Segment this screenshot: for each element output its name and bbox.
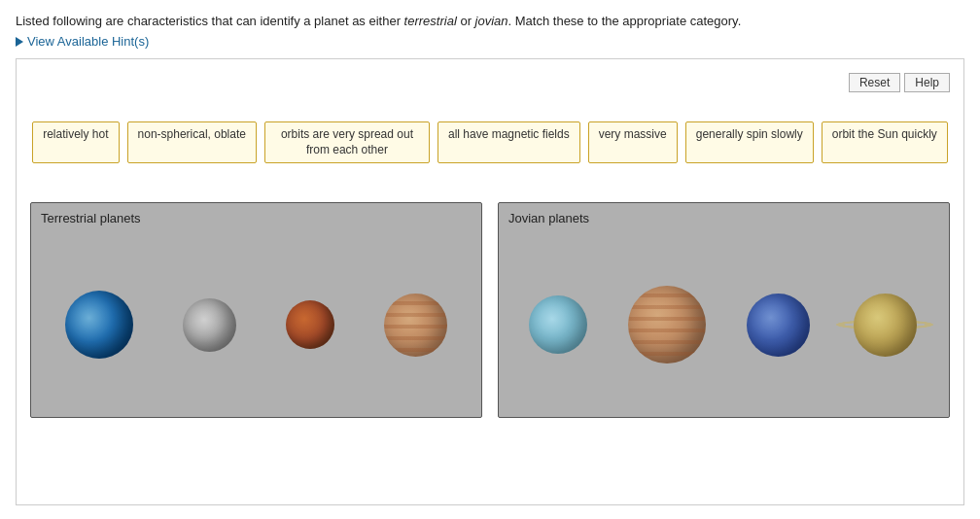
planet-uranus — [529, 295, 587, 354]
jovian-label: Jovian planets — [508, 211, 589, 225]
planet-earth-wrapper — [60, 286, 138, 363]
reset-button[interactable]: Reset — [849, 73, 900, 92]
drag-item-non-spherical[interactable]: non-spherical, oblate — [127, 121, 257, 163]
hint-label: View Available Hint(s) — [27, 34, 149, 49]
planet-jupiter-small — [384, 294, 447, 357]
instructions-text: Listed following are characteristics tha… — [16, 14, 964, 28]
planet-earth — [65, 291, 133, 359]
top-bar: Reset Help — [30, 73, 950, 92]
planet-mars — [286, 300, 334, 349]
drag-item-orbit-quickly[interactable]: orbit the Sun quickly — [822, 121, 948, 163]
planet-jupiter-large-wrapper — [623, 281, 711, 368]
planet-moon-wrapper — [178, 294, 241, 357]
planet-mars-wrapper — [281, 295, 339, 354]
planet-uranus-wrapper — [524, 291, 592, 359]
jovian-planet-area — [499, 203, 949, 417]
drop-zone-jovian[interactable]: Jovian planets — [498, 202, 950, 418]
planet-jupiter-small-wrapper — [379, 289, 452, 362]
planet-neptune-wrapper — [742, 289, 815, 362]
drag-item-magnetic-fields[interactable]: all have magnetic fields — [438, 121, 580, 163]
planet-neptune — [747, 294, 810, 357]
terrestrial-label: Terrestrial planets — [41, 211, 141, 225]
help-button[interactable]: Help — [904, 73, 950, 92]
hint-triangle-icon — [16, 37, 23, 47]
planet-saturn-wrapper — [846, 291, 924, 359]
drag-item-spin-slowly[interactable]: generally spin slowly — [685, 121, 814, 163]
drop-zone-terrestrial[interactable]: Terrestrial planets — [30, 202, 482, 418]
planet-jupiter-large — [628, 286, 706, 363]
drag-item-relatively-hot[interactable]: relatively hot — [32, 121, 119, 163]
hint-link[interactable]: View Available Hint(s) — [16, 34, 149, 49]
draggable-area: relatively hot non-spherical, oblate orb… — [30, 112, 950, 173]
drag-item-orbits-spread[interactable]: orbits are very spread out from each oth… — [264, 121, 430, 163]
terrestrial-planet-area — [31, 203, 481, 417]
drop-zones: Terrestrial planets — [30, 202, 950, 418]
drag-item-very-massive[interactable]: very massive — [588, 121, 678, 163]
planet-saturn — [854, 294, 917, 357]
main-panel: Reset Help relatively hot non-spherical,… — [16, 58, 964, 505]
planet-moon — [183, 298, 236, 352]
